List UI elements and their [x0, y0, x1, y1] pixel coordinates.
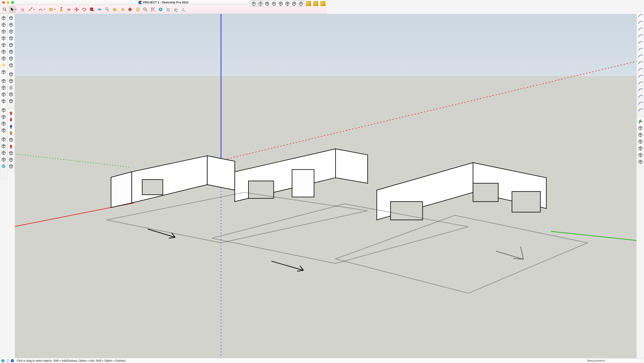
offset-tool[interactable] [66, 6, 72, 13]
orbit-tool[interactable] [127, 6, 134, 13]
group-icon[interactable] [0, 78, 7, 84]
protractor-icon[interactable] [0, 49, 7, 55]
paint-bucket-tool[interactable] [119, 6, 126, 13]
dynamic-2[interactable] [0, 98, 7, 104]
shadow-icon[interactable] [0, 69, 7, 75]
sun-icon[interactable] [0, 62, 7, 68]
zoom-tool[interactable] [142, 6, 149, 13]
svg-rect-64 [248, 181, 274, 183]
push-pull-tool[interactable] [58, 6, 65, 13]
cube-n[interactable] [8, 150, 14, 156]
svg-line-30 [4, 64, 5, 65]
component-icon[interactable] [0, 85, 7, 91]
camera-icon[interactable] [0, 28, 7, 35]
iso-view-3[interactable] [319, 1, 326, 7]
extension-icon[interactable] [0, 22, 7, 28]
iso-view-2[interactable] [312, 1, 319, 7]
circle-icon[interactable] [0, 42, 7, 48]
svg-point-21 [183, 8, 184, 9]
bool-1[interactable] [8, 42, 14, 48]
zoom-fit-icon[interactable] [1, 6, 8, 13]
section-cut-icon[interactable] [0, 35, 7, 41]
sandbox-1[interactable] [165, 6, 172, 13]
close-window-icon[interactable] [2, 1, 5, 4]
lock-icon[interactable] [8, 85, 14, 91]
materials-icon[interactable] [0, 127, 7, 133]
solid-5[interactable] [291, 1, 297, 6]
solid-6[interactable] [298, 1, 304, 6]
svg-point-11 [113, 9, 117, 11]
freeform-icon[interactable] [8, 35, 14, 41]
axes-icon[interactable] [0, 55, 7, 62]
solid-subtract[interactable] [271, 1, 277, 6]
text-tool[interactable]: A1 [104, 6, 110, 13]
move-tool[interactable] [73, 6, 80, 13]
solid-split[interactable] [284, 1, 290, 6]
arrow-down-red[interactable] [8, 117, 14, 123]
arrow-up-red-2[interactable] [8, 143, 14, 150]
arc-tool[interactable] [37, 6, 44, 13]
left-toolbar-3 [8, 109, 14, 170]
sandbox-3[interactable] [180, 6, 187, 13]
tape-measure-tool[interactable] [96, 6, 103, 13]
cube-stack[interactable] [8, 157, 14, 163]
app-logo-icon [138, 1, 142, 4]
styles-3[interactable] [0, 156, 7, 163]
add-location-tool[interactable] [157, 6, 164, 13]
snap-icon[interactable] [8, 98, 14, 104]
styles-1[interactable] [0, 143, 7, 149]
traffic-lights [2, 1, 14, 4]
rectangle-tool[interactable] [48, 6, 54, 13]
panel-icon[interactable] [8, 71, 14, 77]
crosshair-icon[interactable] [8, 91, 14, 98]
arrow-up-red[interactable] [8, 110, 14, 116]
teapot-icon[interactable] [8, 22, 14, 28]
dynamic-1[interactable] [0, 91, 7, 98]
solid-intersect[interactable] [258, 1, 264, 6]
dimension-tool[interactable] [112, 6, 118, 13]
sandbox-2[interactable] [172, 6, 179, 13]
cube-f[interactable] [8, 163, 14, 170]
bool-2[interactable] [8, 49, 14, 55]
arrow-up-blue[interactable] [8, 123, 14, 130]
torus-icon[interactable] [8, 28, 14, 35]
line-tool[interactable] [27, 6, 34, 13]
svg-point-20 [161, 8, 162, 9]
fullscreen-window-icon[interactable] [11, 1, 14, 4]
globe-icon[interactable] [0, 163, 7, 169]
left-toolbar-2 [8, 14, 14, 108]
panel2-icon[interactable] [8, 78, 14, 84]
svg-rect-63 [142, 179, 163, 183]
solid-union[interactable] [264, 1, 270, 6]
sphere-icon[interactable] [8, 15, 14, 21]
iso-view-group [305, 1, 326, 7]
solid-outer-shell[interactable] [251, 1, 257, 6]
svg-line-28 [4, 66, 5, 67]
minimize-window-icon[interactable] [7, 1, 10, 4]
scale-tool[interactable] [88, 6, 95, 13]
iso-view-1[interactable] [305, 1, 312, 7]
svg-point-22 [3, 64, 4, 66]
bool-3[interactable] [8, 62, 14, 68]
svg-text:A1: A1 [106, 8, 108, 10]
rotate-tool[interactable] [81, 6, 88, 13]
styles-2[interactable] [0, 150, 7, 156]
model-viewport[interactable] [15, 14, 327, 183]
svg-point-3 [32, 7, 32, 8]
select-tool[interactable] [9, 6, 16, 13]
solid-tools-panel[interactable] [250, 1, 305, 7]
zoom-extents-tool[interactable] [150, 6, 156, 13]
layers-icon[interactable] [0, 114, 7, 120]
solid-trim[interactable] [278, 1, 284, 6]
grid-icon[interactable] [8, 137, 14, 143]
eraser-tool[interactable] [19, 6, 26, 13]
svg-line-1 [5, 10, 6, 11]
outliner-icon[interactable] [0, 120, 7, 127]
arrow-up-orange[interactable] [8, 130, 14, 136]
warehouse-icon[interactable] [0, 15, 7, 21]
pan-tool[interactable] [134, 6, 141, 13]
axis-green-neg [15, 151, 129, 167]
timer-icon[interactable] [8, 55, 14, 62]
tags-icon[interactable] [0, 107, 7, 113]
fog-icon[interactable] [0, 136, 7, 142]
